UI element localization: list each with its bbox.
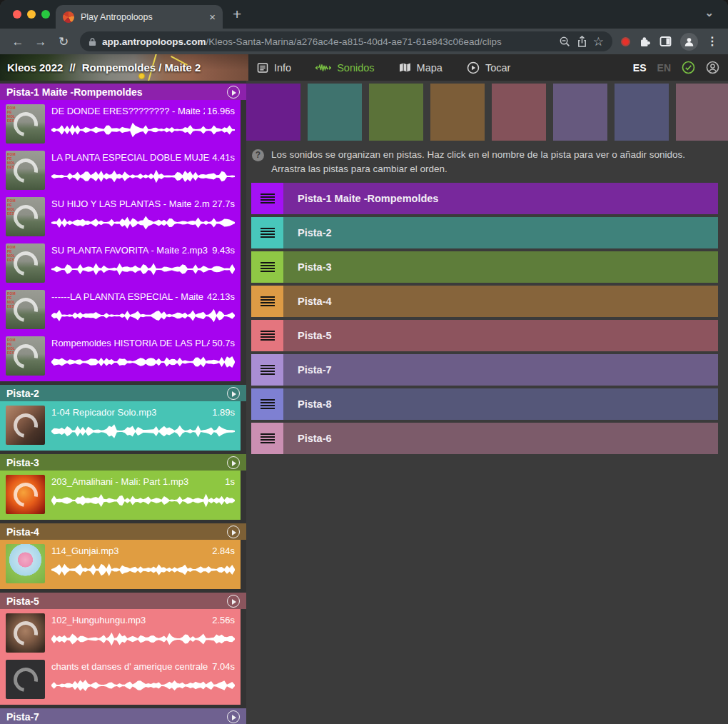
extensions-puzzle-icon[interactable] bbox=[639, 36, 651, 48]
track-play-button[interactable] bbox=[227, 86, 240, 99]
tab-info-label: Info bbox=[274, 62, 291, 74]
clip-waveform[interactable] bbox=[51, 307, 235, 324]
new-tab-button[interactable]: + bbox=[233, 5, 241, 24]
track-row[interactable]: Pista-6 bbox=[251, 423, 718, 454]
clip-waveform[interactable] bbox=[51, 423, 235, 440]
track-play-button[interactable] bbox=[227, 595, 240, 608]
clip-waveform[interactable] bbox=[51, 261, 235, 278]
drag-handle[interactable] bbox=[251, 183, 283, 214]
clip-waveform[interactable] bbox=[51, 561, 235, 578]
drag-handle[interactable] bbox=[251, 286, 283, 317]
breadcrumb-path[interactable]: Rompemoldes / Maite 2 bbox=[82, 61, 201, 74]
clip-item[interactable]: ROM PE MOL DESRompemoldes HISTORIA DE LA… bbox=[0, 333, 241, 379]
profile-avatar[interactable] bbox=[680, 33, 698, 51]
track-row[interactable]: Pista-8 bbox=[251, 388, 718, 420]
clip-item[interactable]: ROM PE MOL DESSU HIJO Y LAS PLANTAS - Ma… bbox=[0, 193, 241, 240]
clip-waveform[interactable] bbox=[51, 168, 235, 185]
sidebar-track-name[interactable]: Pista-1 Maite -Rompemoldes bbox=[6, 86, 227, 98]
track-row[interactable]: Pista-3 bbox=[251, 251, 718, 283]
language-es-button[interactable]: ES bbox=[633, 62, 647, 74]
sync-check-icon[interactable] bbox=[682, 61, 695, 74]
track-row[interactable]: Pista-5 bbox=[251, 320, 718, 351]
account-icon[interactable] bbox=[706, 61, 719, 74]
forward-button[interactable]: → bbox=[30, 36, 51, 48]
track-play-button[interactable] bbox=[227, 387, 240, 400]
tab-mapa[interactable]: Mapa bbox=[399, 62, 443, 74]
tab-info[interactable]: Info bbox=[257, 62, 291, 74]
drag-handle[interactable] bbox=[251, 217, 283, 248]
sidebar-track-section: Pista-7Las castañuelas3.13s bbox=[0, 708, 246, 724]
sidebar-track-header[interactable]: Pista-4 bbox=[0, 523, 246, 540]
drag-handle[interactable] bbox=[251, 354, 283, 386]
breadcrumb[interactable]: Kleos 2022 // Rompemoldes / Maite 2 bbox=[0, 61, 248, 74]
sidebar-track-name[interactable]: Pista-5 bbox=[6, 595, 227, 607]
clip-item[interactable]: chants et danses d' amerique centrale - … bbox=[0, 656, 241, 703]
track-row-label: Pista-7 bbox=[283, 354, 718, 386]
clip-item[interactable]: ROM PE MOL DESDE DONDE ERES???????? - Ma… bbox=[0, 101, 241, 147]
track-color-swatch bbox=[553, 84, 607, 141]
tab-sonidos[interactable]: Sonidos bbox=[315, 62, 374, 74]
tab-tocar[interactable]: Tocar bbox=[467, 61, 510, 74]
clip-item[interactable]: 1-04 Repicador Solo.mp31.89s bbox=[0, 402, 241, 448]
drag-handle-icon bbox=[261, 331, 275, 341]
sidebar-track-header[interactable]: Pista-1 Maite -Rompemoldes bbox=[0, 84, 246, 100]
spinner-arc-icon bbox=[9, 408, 42, 442]
play-icon bbox=[232, 461, 236, 466]
clip-item[interactable]: 114_Gunjai.mp32.84s bbox=[0, 541, 241, 587]
share-icon[interactable] bbox=[577, 36, 587, 48]
browser-window: Play Antropoloops × + ⌄ ← → ↻ app.antrop… bbox=[0, 0, 728, 724]
clip-waveform[interactable] bbox=[51, 121, 235, 139]
clip-title: 203_Amalihani - Mali: Part 1.mp3 bbox=[51, 476, 188, 487]
clip-item[interactable]: 203_Amalihani - Mali: Part 1.mp31s bbox=[0, 471, 241, 518]
browser-tab[interactable]: Play Antropoloops × bbox=[56, 5, 223, 29]
record-extension-icon[interactable] bbox=[621, 37, 630, 46]
clip-waveform[interactable] bbox=[51, 677, 235, 694]
fullscreen-window-button[interactable] bbox=[41, 10, 50, 19]
sidebar-track-header[interactable]: Pista-3 bbox=[0, 454, 246, 471]
drag-handle[interactable] bbox=[251, 388, 283, 420]
side-panel-icon[interactable] bbox=[659, 36, 672, 47]
language-en-button[interactable]: EN bbox=[657, 62, 671, 74]
clip-item[interactable]: 102_Hunguhungu.mp32.56s bbox=[0, 610, 241, 656]
back-button[interactable]: ← bbox=[7, 36, 29, 48]
header-right: ES EN bbox=[633, 61, 728, 74]
clip-waveform[interactable] bbox=[51, 492, 235, 509]
drag-handle[interactable] bbox=[251, 320, 283, 351]
track-play-button[interactable] bbox=[227, 456, 240, 469]
minimize-window-button[interactable] bbox=[27, 10, 36, 19]
sidebar-track-name[interactable]: Pista-4 bbox=[6, 526, 227, 538]
drag-handle[interactable] bbox=[251, 423, 283, 454]
address-bar[interactable]: app.antropoloops.com/Kleos-Santa-Marina/… bbox=[80, 31, 612, 51]
tab-search-chevron-icon[interactable]: ⌄ bbox=[704, 6, 714, 19]
clip-item[interactable]: ROM PE MOL DES------LA PLANNTA ESPECIAL … bbox=[0, 286, 241, 333]
browser-menu-icon[interactable]: ⋮ bbox=[707, 36, 718, 47]
sidebar-track-header[interactable]: Pista-2 bbox=[0, 385, 246, 401]
clip-waveform[interactable] bbox=[51, 353, 235, 371]
track-row[interactable]: Pista-7 bbox=[251, 354, 718, 386]
zoom-out-icon[interactable] bbox=[559, 36, 571, 48]
close-window-button[interactable] bbox=[13, 10, 21, 19]
clip-item[interactable]: ROM PE MOL DESSU PLANTA FAVORITA - Maite… bbox=[0, 240, 241, 286]
clip-title: 102_Hunguhungu.mp3 bbox=[51, 615, 146, 625]
close-tab-icon[interactable]: × bbox=[209, 11, 216, 22]
clip-waveform[interactable] bbox=[51, 214, 235, 231]
track-row[interactable]: Pista-1 Maite -Rompemoldes bbox=[251, 183, 718, 214]
track-clip-list: 1-04 Repicador Solo.mp31.89s bbox=[0, 401, 241, 451]
spinner-arc-icon bbox=[9, 478, 42, 511]
reload-button[interactable]: ↻ bbox=[53, 36, 74, 48]
track-play-button[interactable] bbox=[227, 710, 240, 723]
sidebar-track-name[interactable]: Pista-7 bbox=[6, 711, 227, 723]
clip-item[interactable]: ROM PE MOL DESLA PLANTA ESPECIAL DOBLE M… bbox=[0, 147, 241, 193]
sidebar-track-name[interactable]: Pista-3 bbox=[6, 457, 227, 468]
track-row[interactable]: Pista-2 bbox=[251, 217, 718, 248]
breadcrumb-project[interactable]: Kleos 2022 bbox=[7, 61, 63, 74]
track-play-button[interactable] bbox=[227, 526, 240, 538]
clip-waveform[interactable] bbox=[51, 630, 235, 648]
bookmark-star-icon[interactable]: ☆ bbox=[593, 36, 604, 48]
sidebar-track-name[interactable]: Pista-2 bbox=[6, 388, 227, 399]
track-row[interactable]: Pista-4 bbox=[251, 286, 718, 317]
sidebar-track-header[interactable]: Pista-7 bbox=[0, 708, 246, 724]
clip-body: ------LA PLANNTA ESPECIAL - Maite 2.mp34… bbox=[51, 291, 235, 324]
drag-handle[interactable] bbox=[251, 251, 283, 283]
sidebar-track-header[interactable]: Pista-5 bbox=[0, 593, 246, 609]
